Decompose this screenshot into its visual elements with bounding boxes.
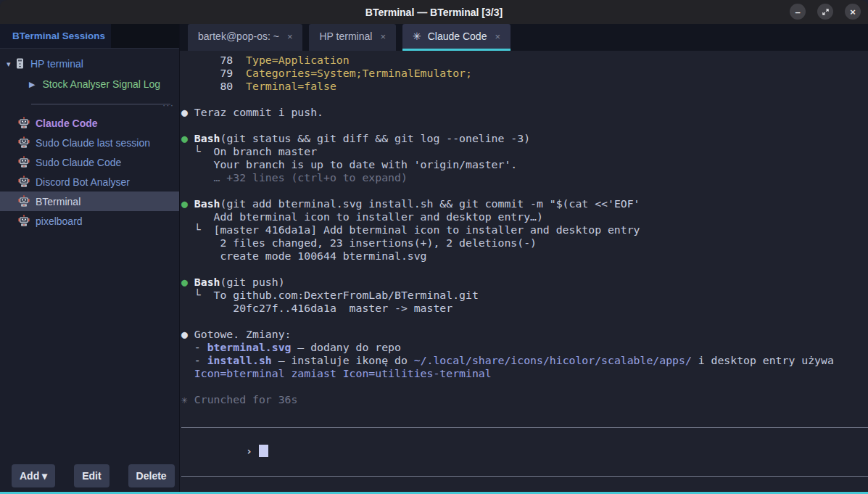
play-icon[interactable]: ▶ [29,80,35,89]
robot-icon [18,117,30,129]
sessions-sidebar: BTerminal Sessions ▾ HP terminal ▶ Stock… [0,24,180,492]
terminal-line [181,380,868,393]
drag-dots-icon: ··· [162,99,174,110]
tab-bar: bartek@pop-os: ~×HP terminal×✳Claude Cod… [180,24,868,51]
terminal-line [181,93,868,106]
maximize-icon [822,8,830,16]
sidebar-resize-handle[interactable]: ··· [31,104,170,104]
terminal-line: 80 Terminal=false [181,80,868,93]
tab-label: Claude Code [428,30,487,42]
terminal-line: └ To github.com:DexterFromLab/BTerminal.… [181,289,868,302]
terminal-line: ● Bash(git add bterminal.svg install.sh … [181,197,868,210]
terminal-line: … +32 lines (ctrl+o to expand) [181,171,868,184]
tree-item-label: HP terminal [30,58,83,70]
session-label: Discord Bot Analyser [36,176,130,188]
robot-icon [18,136,30,149]
computer-icon [16,58,24,70]
chevron-down-icon[interactable]: ▾ [7,59,16,69]
session-item[interactable]: Claude Code [0,113,179,133]
prompt-input[interactable]: › [181,427,868,477]
tab-label: bartek@pop-os: ~ [198,30,279,42]
terminal-line: └ [master 416da1a] Add bterminal icon to… [181,223,868,236]
robot-icon [18,215,30,227]
tree-item-hp-terminal[interactable]: ▾ HP terminal [0,56,179,72]
prompt-chevron-icon: › [246,445,259,457]
tab[interactable]: bartek@pop-os: ~× [188,24,302,51]
tab-close-icon[interactable]: × [380,31,386,42]
minimize-icon: – [795,7,800,17]
tab-close-icon[interactable]: × [495,31,500,42]
terminal-line: ● Teraz commit i push. [181,106,868,119]
terminal-line [181,119,868,132]
permissions-status: ▸▸ bypass permissions on (shift+tab to c… [181,484,868,492]
terminal-line: - install.sh — instaluje ikonę do ~/.loc… [181,354,868,367]
terminal-line: create mode 100644 bterminal.svg [181,250,868,263]
terminal-line: 79 Categories=System;TerminalEmulator; [181,67,868,80]
tab[interactable]: HP terminal× [309,24,395,51]
sidebar-header-tab: BTerminal Sessions [0,24,111,48]
session-label: pixelboard [36,215,83,227]
tab-close-icon[interactable]: × [287,31,293,42]
tab-label: HP terminal [319,30,372,42]
terminal-line: ● Bash(git push) [181,276,868,289]
robot-icon [18,195,30,207]
terminal-output: 78 Type=Application 79 Categories=System… [181,54,868,406]
title-bar[interactable]: BTerminal — BTerminal [3/3] – × [0,0,868,24]
maximize-button[interactable] [817,4,833,20]
tree-item-label: Stock Analyser Signal Log [42,78,160,90]
close-button[interactable]: × [845,4,861,20]
session-label: Claude Code [36,118,98,129]
session-item[interactable]: Discord Bot Analyser [0,172,179,192]
session-item[interactable]: Sudo Claude Code [0,152,179,172]
session-item[interactable]: BTerminal [0,192,179,211]
close-icon: × [850,7,856,17]
terminal-line: ● Gotowe. Zmiany: [181,328,868,341]
terminal-line: └ On branch master [181,145,868,158]
tab-activity-icon: ✳ [413,30,421,42]
terminal-line: Your branch is up to date with 'origin/m… [181,158,868,171]
session-label: Sudo Claude last session [36,137,150,149]
window-controls: – × [790,4,861,20]
main-area: bartek@pop-os: ~×HP terminal×✳Claude Cod… [180,24,868,492]
terminal-line: ✳ Crunched for 36s [181,393,868,406]
edit-button[interactable]: Edit [74,464,109,487]
terminal-line [181,184,868,197]
session-label: BTerminal [36,196,80,207]
session-item[interactable]: pixelboard [0,211,179,231]
session-actions: Add ▾ Edit Delete [12,464,175,487]
terminal-line: 78 Type=Application [181,54,868,67]
terminal-line: ● Bash(git status && git diff && git log… [181,132,868,145]
session-label: Sudo Claude Code [36,157,121,168]
terminal-line: 2 files changed, 23 insertions(+), 2 del… [181,236,868,250]
terminal-line: - bterminal.svg — dodany do repo [181,341,868,354]
session-item[interactable]: Sudo Claude last session [0,133,179,152]
text-cursor [259,445,268,457]
sidebar-header: BTerminal Sessions [0,24,179,49]
tree-item-stock-analyser[interactable]: ▶ Stock Analyser Signal Log [0,75,179,93]
terminal-line: 20fc27f..416da1a master -> master [181,302,868,315]
bterminal-window: BTerminal — BTerminal [3/3] – × BTermina… [0,0,868,494]
terminal-line: Add bterminal icon to installer and desk… [181,210,868,223]
terminal-line [181,315,868,328]
delete-button[interactable]: Delete [128,464,175,487]
minimize-button[interactable]: – [790,4,806,20]
terminal-line: Icon=bterminal zamiast Icon=utilities-te… [181,367,868,380]
tab[interactable]: ✳Claude Code× [402,24,511,51]
window-title: BTerminal — BTerminal [3/3] [365,7,503,18]
terminal-line [181,263,868,276]
robot-icon [18,176,30,188]
add-button[interactable]: Add ▾ [12,464,55,487]
terminal-view[interactable]: 78 Type=Application 79 Categories=System… [180,51,868,492]
robot-icon [18,156,30,168]
session-list: Claude Code Sudo Claude last session Sud… [0,113,179,231]
